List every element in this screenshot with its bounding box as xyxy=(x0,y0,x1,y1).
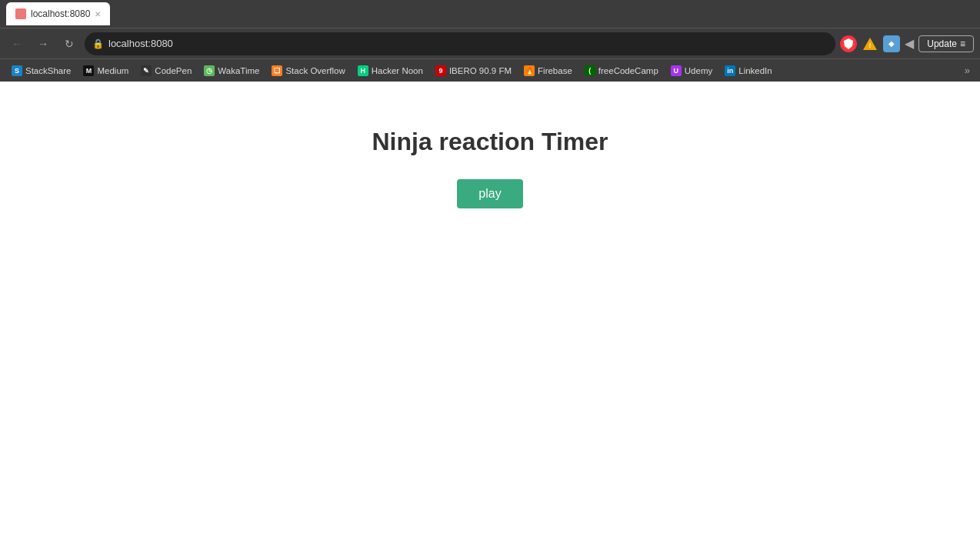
tab-title: localhost:8080 xyxy=(31,8,90,19)
page-content: Ninja reaction Timer play xyxy=(0,82,980,543)
firebase-label: Firebase xyxy=(538,66,572,75)
browser-actions: ! ◆ ◀ Update ≡ xyxy=(840,35,974,52)
linkedin-label: LinkedIn xyxy=(738,66,772,75)
play-button[interactable]: play xyxy=(457,179,522,208)
bookmarks-bar: SStackShareMMedium✎CodePen◷WakaTime❏Stac… xyxy=(0,58,980,82)
linkedin-favicon: in xyxy=(725,65,735,76)
wakatime-label: WakaTime xyxy=(218,66,259,75)
update-menu-icon: ≡ xyxy=(960,38,965,49)
brave-icon[interactable] xyxy=(840,35,857,52)
bookmark-udemy[interactable]: UUdemy xyxy=(665,64,718,78)
active-tab[interactable]: localhost:8080 ✕ xyxy=(6,2,110,25)
page-title: Ninja reaction Timer xyxy=(372,128,608,156)
update-label: Update xyxy=(927,38,957,49)
bookmark-hackernoon[interactable]: HHacker Noon xyxy=(352,64,428,78)
bookmark-ibero[interactable]: 9IBERO 90.9 FM xyxy=(430,64,517,78)
hackernoon-label: Hacker Noon xyxy=(372,66,423,75)
udemy-label: Udemy xyxy=(685,66,712,75)
bookmark-firebase[interactable]: 🔥Firebase xyxy=(518,64,578,78)
bookmark-wakatime[interactable]: ◷WakaTime xyxy=(198,64,265,78)
udemy-favicon: U xyxy=(671,65,682,76)
tab-favicon xyxy=(15,8,26,19)
bookmark-medium[interactable]: MMedium xyxy=(78,64,134,78)
address-text: localhost:8080 xyxy=(108,38,828,49)
stackshare-favicon: S xyxy=(12,65,22,76)
bookmarks-overflow-button[interactable]: » xyxy=(961,63,974,78)
security-icon: 🔒 xyxy=(92,38,104,49)
extension-icon[interactable]: ◆ xyxy=(883,35,900,52)
medium-label: Medium xyxy=(97,66,128,75)
reload-button[interactable]: ↻ xyxy=(58,33,80,55)
stackoverflow-favicon: ❏ xyxy=(272,65,282,76)
freecodecamp-label: freeCodeCamp xyxy=(598,66,658,75)
bookmark-stackshare[interactable]: SStackShare xyxy=(6,64,76,78)
firebase-favicon: 🔥 xyxy=(524,65,535,76)
update-button[interactable]: Update ≡ xyxy=(918,35,974,52)
stackshare-label: StackShare xyxy=(25,66,71,75)
browser-chrome: localhost:8080 ✕ ← → ↻ 🔒 localhost:8080 xyxy=(0,0,980,82)
address-bar[interactable]: 🔒 localhost:8080 xyxy=(85,32,835,55)
bookmark-stackoverflow[interactable]: ❏Stack Overflow xyxy=(266,64,350,78)
stackoverflow-label: Stack Overflow xyxy=(285,66,345,75)
tab-close-button[interactable]: ✕ xyxy=(95,10,101,18)
forward-button[interactable]: → xyxy=(32,33,54,55)
toolbar: ← → ↻ 🔒 localhost:8080 ! xyxy=(0,28,980,58)
ibero-label: IBERO 90.9 FM xyxy=(449,66,512,75)
hackernoon-favicon: H xyxy=(358,65,368,76)
freecodecamp-favicon: ( xyxy=(585,65,595,76)
medium-favicon: M xyxy=(83,65,94,76)
bookmark-codepen[interactable]: ✎CodePen xyxy=(135,64,197,78)
ibero-favicon: 9 xyxy=(435,65,446,76)
bookmark-freecodecamp[interactable]: (freeCodeCamp xyxy=(579,64,664,78)
warning-icon[interactable]: ! xyxy=(862,35,878,52)
back-button[interactable]: ← xyxy=(6,33,28,55)
codepen-label: CodePen xyxy=(155,66,192,75)
extensions-button[interactable]: ◀ xyxy=(905,36,914,51)
bookmark-linkedin[interactable]: inLinkedIn xyxy=(719,64,777,78)
tab-bar: localhost:8080 ✕ xyxy=(0,0,980,28)
svg-text:!: ! xyxy=(869,42,872,49)
codepen-favicon: ✎ xyxy=(141,65,152,76)
wakatime-favicon: ◷ xyxy=(204,65,215,76)
